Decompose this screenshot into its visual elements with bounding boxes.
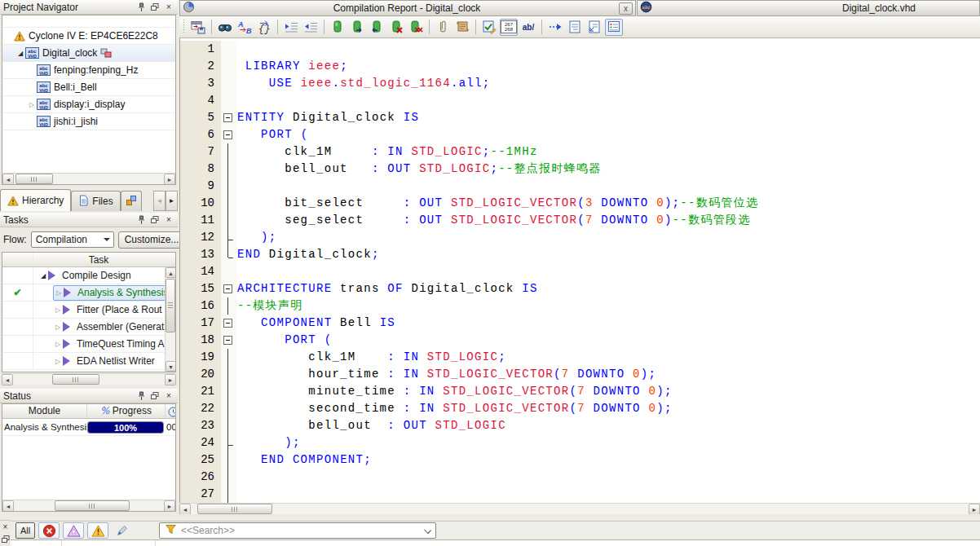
expander-collapsed-icon[interactable]: ▷ [53, 358, 63, 365]
expander-collapsed-icon[interactable]: ▷ [53, 341, 63, 348]
code-line-22[interactable]: 22 second_time : IN STD_LOGIC_VECTOR(7 D… [180, 400, 980, 417]
tab-hierarchy[interactable]: Hierarchy [0, 189, 71, 211]
attach-button[interactable] [434, 19, 452, 36]
expander-collapsed-icon[interactable]: ▷ [27, 101, 37, 108]
next-bookmark-button[interactable] [348, 19, 366, 36]
insert-bookmark-button[interactable] [329, 19, 347, 36]
tree-item-jishi-i-jishi[interactable]: abcVHDjishi:i_jishi [2, 113, 175, 130]
word-wrap-button[interactable]: ab/ [519, 19, 537, 36]
compilation-report-titlebar[interactable]: Compilation Report - Digital_clock x [179, 0, 636, 16]
scroll-up-icon[interactable]: ▲ [166, 267, 176, 278]
editor-horizontal-scrollbar[interactable]: ◄ ► [179, 503, 980, 514]
scroll-thumb[interactable] [197, 504, 272, 514]
compilation-report-icon[interactable] [183, 1, 195, 15]
close-icon[interactable]: × [163, 2, 174, 12]
code-line-27[interactable]: 27 [180, 486, 980, 503]
float-icon[interactable] [149, 390, 161, 401]
chevron-down-icon[interactable] [424, 526, 431, 534]
scroll-left-icon[interactable]: ◄ [179, 504, 191, 515]
code-line-6[interactable]: 6 PORT ( [180, 126, 980, 143]
scroll-thumb[interactable] [15, 174, 53, 184]
code-line-14[interactable]: 14 [180, 263, 980, 280]
line-numbers-button[interactable]: 267268 [500, 19, 518, 36]
task-timequest-timing-a[interactable]: ▷TimeQuest Timing A [2, 336, 175, 353]
filter-warning-button[interactable] [87, 522, 108, 539]
scroll-right-icon[interactable]: ► [164, 500, 175, 512]
editor-settings-button[interactable] [605, 19, 623, 36]
increase-indent-button[interactable] [282, 19, 300, 36]
fold-collapse-icon[interactable] [221, 126, 237, 143]
task-eda-netlist-writer[interactable]: ▷EDA Netlist Writer [2, 353, 175, 370]
expander-collapsed-icon[interactable]: ▷ [54, 289, 64, 297]
status-horizontal-scrollbar[interactable]: ◄ ► [2, 500, 175, 511]
flow-select[interactable]: Compilation [31, 231, 114, 248]
expander-collapsed-icon[interactable]: ▷ [53, 306, 63, 314]
code-line-12[interactable]: 12 ); [180, 229, 980, 246]
code-line-18[interactable]: 18 PORT ( [180, 332, 980, 349]
filter-flag-button[interactable] [112, 522, 133, 539]
pn-horizontal-scrollbar[interactable]: ◄ ► [2, 173, 175, 184]
expander-expanded-icon[interactable]: ◢ [15, 50, 25, 57]
scroll-thumb[interactable] [166, 279, 175, 332]
tree-item-display-i-display[interactable]: ▷abcVHDdisplay:i_display [2, 96, 175, 113]
code-line-13[interactable]: 13END Digital_clock; [180, 246, 980, 263]
code-line-24[interactable]: 24 ); [180, 434, 980, 451]
scroll-thumb[interactable] [52, 374, 99, 385]
tab-files[interactable]: Files [71, 191, 120, 211]
pin-icon[interactable] [135, 214, 147, 225]
scroll-left-icon[interactable]: ◄ [2, 174, 14, 185]
code-line-23[interactable]: 23 bell_out : OUT STD_LOGIC [180, 417, 980, 434]
code-line-1[interactable]: 1 [180, 41, 980, 58]
code-line-10[interactable]: 10 bit_select : OUT STD_LOGIC_VECTOR(3 D… [180, 195, 980, 212]
filter-critical-warning-button[interactable] [63, 522, 84, 539]
float-icon[interactable] [149, 214, 161, 225]
tree-item-bell-i-bell[interactable]: abcVHDBell:i_Bell [2, 79, 175, 96]
code-line-26[interactable]: 26 [180, 469, 980, 486]
code-line-16[interactable]: 16--模块声明 [180, 297, 980, 315]
close-icon[interactable]: × [163, 390, 174, 401]
code-line-19[interactable]: 19 clk_1M : IN STD_LOGIC; [180, 349, 980, 366]
scroll-down-icon[interactable]: ▼ [166, 361, 176, 372]
scroll-thumb[interactable] [55, 500, 130, 511]
tasks-vertical-scrollbar[interactable]: ▲ ▼ [165, 267, 175, 372]
fold-collapse-icon[interactable] [221, 280, 237, 297]
scroll-right-icon[interactable]: ► [165, 374, 176, 385]
scroll-right-icon[interactable]: ► [164, 174, 175, 185]
expander-expanded-icon[interactable]: ◢ [38, 272, 48, 280]
vhd-file-icon[interactable]: abc [640, 1, 652, 15]
fold-collapse-icon[interactable] [221, 109, 237, 126]
task-analysis-synthesis[interactable]: ✔▷Analysis & Synthesis [2, 284, 175, 302]
code-line-17[interactable]: 17 COMPONENT Bell IS [180, 315, 980, 332]
fold-collapse-icon[interactable] [221, 315, 237, 332]
code-line-21[interactable]: 21 minute_time : IN STD_LOGIC_VECTOR(7 D… [180, 383, 980, 400]
code-line-2[interactable]: 2 LIBRARY ieee; [180, 58, 980, 75]
tree-item-cyclone-iv-e-ep4ce6e22c8[interactable]: Cyclone IV E: EP4CE6E22C8 [2, 28, 175, 45]
scroll-right-icon[interactable]: ► [969, 504, 980, 515]
customize-button[interactable]: Customize... [118, 231, 186, 249]
filter-error-button[interactable] [38, 522, 60, 539]
delete-bookmark-button[interactable] [387, 19, 405, 36]
code-line-8[interactable]: 8 bell_out : OUT STD_LOGIC;--整点报时蜂鸣器 [180, 161, 980, 178]
code-line-15[interactable]: 15ARCHITECTURE trans OF Digital_clock IS [180, 280, 980, 297]
float-icon[interactable] [0, 534, 11, 544]
code-line-11[interactable]: 11 seg_select : OUT STD_LOGIC_VECTOR(7 D… [180, 212, 980, 229]
code-line-25[interactable]: 25 END COMPONENT; [180, 451, 980, 469]
delete-all-bookmarks-button[interactable] [407, 19, 425, 36]
pin-icon[interactable] [135, 2, 147, 12]
code-line-9[interactable]: 9 [180, 178, 980, 195]
code-editor[interactable]: 12 LIBRARY ieee;3 USE ieee.std_logic_116… [179, 38, 980, 503]
scroll-left-icon[interactable]: ◄ [2, 374, 13, 385]
previous-bookmark-button[interactable] [368, 19, 386, 36]
open-script-button[interactable] [453, 19, 471, 36]
message-search-box[interactable]: <<Search>> [159, 522, 436, 539]
comment-lines-button[interactable] [566, 19, 584, 36]
scroll-left-icon[interactable]: ◄ [2, 500, 14, 512]
check-syntax-button[interactable] [480, 19, 498, 36]
find-button[interactable] [216, 19, 234, 36]
close-icon[interactable]: × [163, 214, 174, 225]
tab-scroll-right-icon[interactable]: ► [166, 191, 178, 211]
tasks-horizontal-scrollbar[interactable]: ◄ ► [2, 373, 176, 385]
close-icon[interactable]: x [619, 2, 633, 15]
expander-collapsed-icon[interactable]: ▷ [53, 324, 63, 331]
task-fitter-place-rout[interactable]: ▷Fitter (Place & Rout [2, 302, 175, 319]
